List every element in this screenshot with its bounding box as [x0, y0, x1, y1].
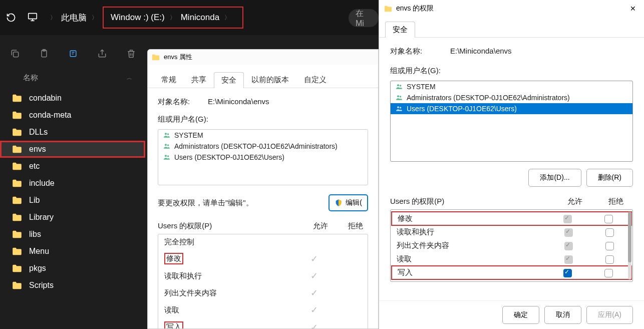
folder-item[interactable]: DLLs: [0, 124, 145, 141]
folder-item[interactable]: pkgs: [0, 260, 145, 277]
folder-item[interactable]: include: [0, 175, 145, 192]
group-item[interactable]: SYSTEM: [158, 130, 368, 141]
folder-item[interactable]: Library: [0, 209, 145, 226]
check-icon: ✓: [291, 270, 337, 281]
close-button[interactable]: ✕: [622, 0, 644, 17]
folder-item[interactable]: condabin: [0, 90, 145, 107]
folder-item[interactable]: libs: [0, 226, 145, 243]
tab-custom[interactable]: 自定义: [296, 72, 334, 88]
chevron-icon: 〉: [170, 14, 176, 22]
tab-general[interactable]: 常规: [154, 72, 184, 88]
svg-rect-0: [29, 14, 37, 19]
folder-label: libs: [29, 230, 41, 239]
folder-item[interactable]: Menu: [0, 243, 145, 260]
perm-title: Users 的权限(P): [158, 221, 298, 231]
folder-item[interactable]: Lib: [0, 192, 145, 209]
svg-point-13: [397, 95, 399, 97]
permissions-dialog: envs 的权限 ✕ 安全 对象名称: E:\Miniconda\envs 组或…: [379, 0, 644, 329]
edit-button[interactable]: 编辑(: [329, 194, 368, 211]
add-button[interactable]: 添加(D)...: [528, 169, 581, 187]
tab-previous[interactable]: 以前的版本: [244, 72, 296, 88]
folder-icon: [12, 94, 22, 102]
svg-point-6: [167, 133, 169, 135]
folder-label: etc: [29, 162, 40, 171]
users-icon: [395, 83, 404, 91]
group-label: Users (DESKTOP-0J1OE62\Users): [407, 105, 517, 113]
group-listbox[interactable]: SYSTEMAdministrators (DESKTOP-0J1OE62\Ad…: [390, 81, 633, 162]
edit-hint: 要更改权限，请单击"编辑"。: [158, 198, 253, 208]
check-icon: ✓: [291, 287, 337, 298]
apply-button[interactable]: 应用(A): [586, 306, 633, 324]
allow-checkbox[interactable]: [564, 242, 573, 250]
deny-checkbox[interactable]: [605, 228, 614, 237]
permission-row: 读取: [391, 252, 632, 266]
folder-item[interactable]: envs: [0, 141, 145, 158]
column-header[interactable]: 名称 ︿: [0, 70, 145, 90]
group-label: Administrators (DESKTOP-0J1OE62\Administ…: [174, 142, 338, 150]
group-label: Administrators (DESKTOP-0J1OE62\Administ…: [407, 94, 570, 102]
perm-name: 写入: [164, 321, 183, 329]
folder-label: Scripts: [29, 281, 54, 290]
tab-security[interactable]: 安全: [385, 22, 415, 38]
svg-rect-4: [70, 51, 76, 57]
group-item[interactable]: Administrators (DESKTOP-0J1OE62\Administ…: [391, 92, 632, 103]
scrollbar[interactable]: [628, 212, 631, 279]
folder-label: Library: [29, 213, 54, 222]
allow-checkbox[interactable]: [564, 255, 573, 264]
permission-row: 完全控制: [158, 234, 368, 250]
folder-icon: [384, 6, 392, 12]
deny-checkbox[interactable]: [604, 215, 613, 223]
folder-label: pkgs: [29, 264, 46, 273]
folder-item[interactable]: Scripts: [0, 277, 145, 294]
share-icon[interactable]: [97, 49, 108, 60]
allow-checkbox[interactable]: [564, 228, 573, 237]
check-icon: ✓: [291, 304, 337, 315]
svg-point-16: [400, 107, 401, 108]
svg-point-11: [397, 84, 399, 86]
folder-item[interactable]: etc: [0, 158, 145, 175]
allow-checkbox[interactable]: [563, 215, 572, 223]
scrollbar-thumb[interactable]: [628, 212, 631, 262]
ok-button[interactable]: 确定: [502, 306, 539, 324]
search-input[interactable]: 在 Mi: [349, 9, 379, 27]
deny-checkbox[interactable]: [605, 255, 614, 264]
delete-icon[interactable]: [126, 49, 137, 60]
permission-row: 读取和执行: [391, 225, 632, 239]
refresh-icon[interactable]: [5, 12, 17, 24]
remove-button[interactable]: 删除(R): [586, 169, 633, 187]
users-icon: [162, 153, 171, 161]
deny-checkbox[interactable]: [604, 269, 613, 277]
breadcrumb-this-pc[interactable]: 此电脑: [61, 12, 87, 24]
group-item[interactable]: Users (DESKTOP-0J1OE62\Users): [158, 152, 368, 163]
svg-point-9: [165, 155, 167, 157]
dialog-titlebar: envs 属性: [148, 50, 378, 65]
paste-icon[interactable]: [39, 49, 50, 60]
caret-up-icon: ︿: [127, 74, 132, 82]
rename-icon[interactable]: [68, 49, 79, 60]
chevron-icon: 〉: [92, 14, 98, 22]
monitor-icon[interactable]: [27, 12, 39, 24]
permissions-list: 完全控制修改✓读取和执行✓列出文件夹内容✓读取✓写入✓: [158, 234, 368, 329]
check-icon: ✓: [291, 253, 337, 264]
tab-security[interactable]: 安全: [214, 72, 244, 88]
copy-icon[interactable]: [10, 49, 21, 60]
perm-name: 读取: [164, 305, 291, 315]
folder-item[interactable]: conda-meta: [0, 107, 145, 124]
folder-label: DLLs: [29, 128, 48, 137]
allow-checkbox[interactable]: [563, 269, 572, 277]
users-icon: [395, 105, 404, 113]
breadcrumb-folder[interactable]: Miniconda: [181, 13, 220, 23]
breadcrumb-drive[interactable]: Window :) (E:): [111, 13, 165, 23]
tab-sharing[interactable]: 共享: [184, 72, 214, 88]
folder-icon: [12, 196, 22, 204]
group-listbox[interactable]: SYSTEMAdministrators (DESKTOP-0J1OE62\Ad…: [158, 129, 368, 185]
cancel-button[interactable]: 取消: [544, 306, 581, 324]
column-name-label: 名称: [23, 73, 38, 83]
perm-deny-header: 拒绝: [343, 221, 368, 231]
group-item[interactable]: Users (DESKTOP-0J1OE62\Users): [391, 103, 632, 114]
group-item[interactable]: SYSTEM: [391, 81, 632, 92]
folder-label: condabin: [29, 94, 62, 103]
deny-checkbox[interactable]: [605, 242, 614, 250]
group-label: SYSTEM: [407, 83, 436, 91]
group-item[interactable]: Administrators (DESKTOP-0J1OE62\Administ…: [158, 141, 368, 152]
